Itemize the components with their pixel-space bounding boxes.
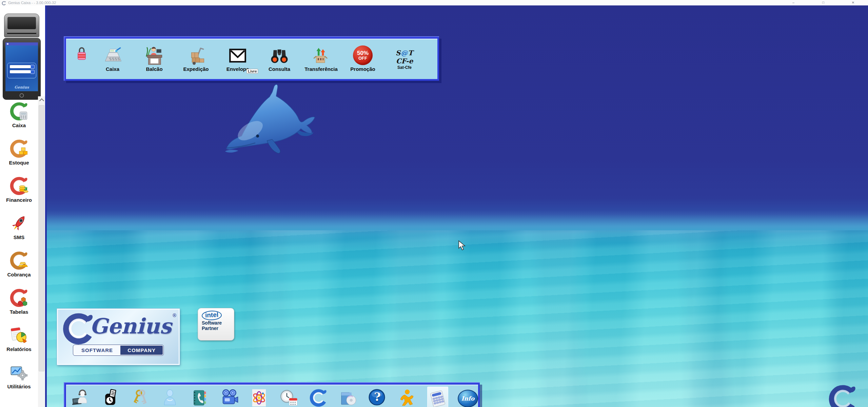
sidebar-item-label: Financeiro (0, 197, 38, 203)
app-icon (2, 1, 6, 5)
estoque-module-icon (9, 139, 28, 158)
sidebar-item-cobranca[interactable]: Cobrança (0, 251, 38, 288)
toolbar-item-expedicao[interactable]: Expedição (178, 43, 214, 72)
bottom-toolbar: ? Info (64, 382, 480, 407)
dock-item-person[interactable] (160, 389, 180, 407)
livre-sign: Livre (246, 69, 258, 74)
terminal-printer (4, 14, 39, 37)
sidebar-item-estoque[interactable]: Estoque (0, 139, 38, 176)
dock-item-schedule[interactable] (279, 389, 299, 407)
ocean-desktop: Caixa Livre Balcão Expedição Envelope (45, 5, 868, 407)
dock-item-movies[interactable] (219, 389, 239, 407)
swimming-dolphin-image (217, 83, 323, 165)
sidebar-scrollbar[interactable] (38, 96, 45, 407)
chevron-up-icon (39, 98, 44, 103)
scroll-up-button[interactable] (38, 96, 45, 104)
top-toolbar: Caixa Livre Balcão Expedição Envelope (64, 36, 439, 81)
dock-item-timeclock[interactable] (100, 389, 121, 407)
sidebar-item-utilitarios[interactable]: Utilitários (0, 363, 38, 400)
envelope-icon (220, 43, 255, 65)
counter-clerk-icon (137, 43, 172, 65)
glass-person-icon (160, 389, 179, 407)
genius-watermark-icon (828, 384, 857, 407)
sidebar-item-label: Estoque (0, 160, 38, 166)
sidebar-item-caixa[interactable]: Caixa (0, 102, 38, 139)
toolbar-item-consulta[interactable]: Consulta (262, 43, 297, 72)
financeiro-module-icon (9, 176, 28, 195)
phonebook-icon (190, 389, 209, 407)
dock-item-atom[interactable] (249, 389, 269, 407)
toolbar-item-caixa[interactable]: Caixa (95, 43, 130, 72)
dock-item-phonebook[interactable] (190, 389, 210, 407)
sidebar-nav: Caixa Estoque Financeiro SMS Cobrança (0, 102, 38, 400)
window-title: Genius Caixa - - 3.00.000-32 (8, 1, 56, 5)
genius-logo-panel: Genius ® SOFTWARE COMPANY (57, 309, 180, 365)
caixa-module-icon (9, 102, 28, 121)
movie-camera-icon (220, 389, 239, 407)
maximize-button[interactable]: □ (808, 0, 838, 5)
intel-software-partner-badge: intel Software Partner (198, 308, 234, 341)
window-controls: – □ ✕ (778, 0, 868, 5)
dock-item-help[interactable]: ? (368, 389, 388, 407)
sidebar-item-label: Relatórios (0, 346, 38, 352)
handtruck-boxes-icon (178, 43, 214, 65)
discount-badge-icon: 50% OFF (345, 43, 380, 65)
dock-item-messenger[interactable] (398, 389, 418, 407)
time-clock-icon (101, 389, 120, 407)
toolbar-item-promocao[interactable]: 50% OFF Promoção (345, 43, 380, 72)
padlock-icon[interactable] (77, 46, 87, 62)
genius-dolphin-icon (309, 389, 328, 407)
sms-rocket-icon (9, 214, 28, 233)
sidebar-item-label: SMS (0, 234, 38, 240)
sidebar-item-relatorios[interactable]: Relatórios (0, 326, 38, 363)
keys-icon (131, 389, 150, 407)
support-agent-icon (71, 389, 90, 407)
tabelas-module-icon (9, 288, 28, 307)
cobranca-module-icon (9, 251, 28, 270)
toolbar-item-balcao[interactable]: Livre Balcão (137, 43, 172, 72)
terminal-body: Genius (3, 38, 41, 100)
transfer-box-icon (303, 43, 339, 65)
dock-item-calculator-selected[interactable] (427, 387, 448, 407)
pos-terminal-image: Genius (2, 7, 41, 100)
scrollbar-thumb[interactable] (39, 105, 44, 371)
registered-mark: ® (173, 312, 176, 318)
dock-item-support[interactable] (71, 389, 91, 407)
sidebar-item-financeiro[interactable]: Financeiro (0, 176, 38, 214)
clock-calendar-icon (279, 389, 298, 407)
calculator-icon (428, 390, 447, 407)
software-company-banner: SOFTWARE COMPANY (73, 345, 163, 355)
minimize-button[interactable]: – (778, 0, 808, 5)
sat-cfe-icon: S@T CF-e (387, 43, 422, 65)
atom-icon (250, 389, 269, 407)
dock-item-genius[interactable] (309, 389, 329, 407)
sidebar-item-label: Utilitários (0, 384, 38, 389)
dock-item-software-cd[interactable] (338, 389, 358, 407)
terminal-home-button (20, 93, 24, 98)
cd-software-icon (339, 389, 358, 407)
sidebar-item-tabelas[interactable]: Tabelas (0, 288, 38, 326)
terminal-brand-text: Genius (5, 85, 38, 90)
mouse-cursor (458, 240, 466, 251)
info-sphere-icon: Info (458, 390, 478, 407)
genius-caixa-desktop: { "window": { "title": "Genius Caixa - -… (0, 0, 868, 407)
intel-logo: intel (202, 310, 222, 321)
toolbar-item-satcfe[interactable]: S@T CF-e Sat-Cfe (387, 43, 422, 72)
messenger-person-icon (398, 389, 417, 407)
close-button[interactable]: ✕ (838, 0, 868, 5)
utilitarios-gear-icon (9, 363, 28, 382)
sidebar-item-label: Cobrança (0, 272, 38, 277)
dock-item-keys[interactable] (130, 389, 150, 407)
binoculars-icon (262, 43, 297, 65)
toolbar-item-envelope[interactable]: Envelope (220, 43, 255, 72)
genius-logo-text: Genius (90, 314, 172, 338)
title-bar: Genius Caixa - - 3.00.000-32 – □ ✕ (0, 0, 868, 5)
dock-item-info[interactable]: Info (458, 389, 478, 407)
sidebar: Genius Caixa Estoque Financeiro (0, 5, 45, 407)
sidebar-item-sms[interactable]: SMS (0, 214, 38, 251)
sidebar-item-label: Caixa (0, 122, 38, 128)
cash-register-icon (95, 43, 130, 65)
sidebar-item-label: Tabelas (0, 309, 38, 315)
ocean-horizon (47, 210, 868, 243)
toolbar-item-transferencia[interactable]: Transferência (303, 43, 339, 72)
